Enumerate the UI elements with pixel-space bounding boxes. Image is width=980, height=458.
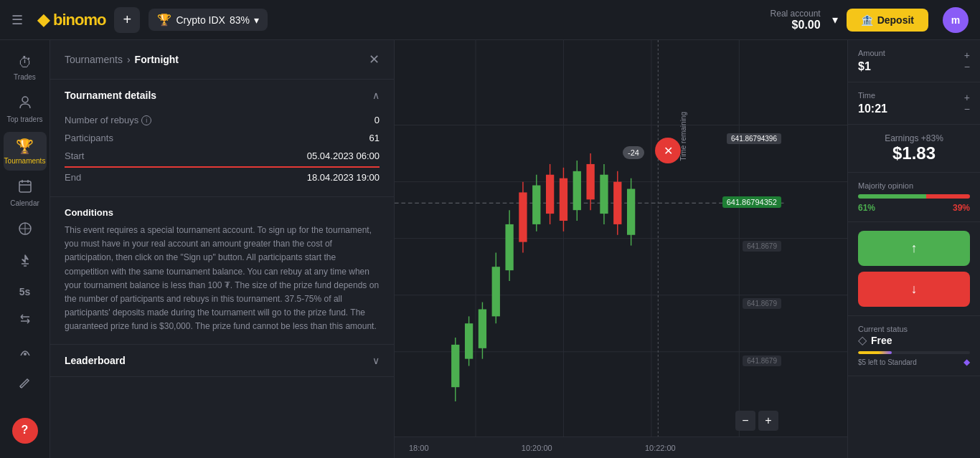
svg-rect-36 bbox=[560, 178, 567, 221]
status-value: Free bbox=[871, 335, 892, 346]
svg-rect-1 bbox=[19, 181, 31, 192]
sidebar-item-indicators[interactable] bbox=[4, 216, 47, 245]
diamond-icon: ◆ bbox=[963, 357, 970, 367]
start-row: Start 05.04.2023 06:00 bbox=[65, 147, 380, 165]
breadcrumb: Tournaments › Fortnight bbox=[65, 54, 179, 65]
majority-pct: 61% 39% bbox=[858, 203, 970, 213]
participants-label: Participants bbox=[65, 133, 113, 143]
sidebar-item-5s[interactable]: 5s bbox=[4, 280, 47, 303]
rebuys-label: Number of rebuys i bbox=[65, 115, 151, 125]
conditions-title: Conditions bbox=[65, 207, 380, 218]
svg-rect-22 bbox=[465, 323, 473, 358]
down-button[interactable]: ↓ bbox=[858, 272, 970, 307]
earnings-section: Earnings +83% $1.83 bbox=[848, 125, 980, 173]
end-row: End 18.04.2023 19:00 bbox=[65, 166, 380, 186]
trades-icon: ⏱ bbox=[18, 54, 32, 71]
earnings-label: Earnings +83% bbox=[858, 133, 970, 143]
rebuys-value: 0 bbox=[374, 115, 380, 125]
sidebar-item-top-traders[interactable]: Top traders bbox=[4, 90, 47, 129]
svg-rect-38 bbox=[573, 171, 581, 210]
time-value: 10:21 bbox=[858, 102, 887, 115]
majority-bar-red bbox=[926, 194, 970, 199]
sidebar-item-tournaments[interactable]: 🏆 Tournaments bbox=[4, 132, 47, 171]
sidebar-item-help[interactable]: ? bbox=[12, 418, 38, 444]
amount-label: Amount bbox=[858, 49, 885, 57]
time-label: Time bbox=[858, 91, 887, 100]
majority-bar bbox=[858, 194, 970, 199]
add-button[interactable]: + bbox=[114, 7, 140, 33]
sidebar-item-signals[interactable] bbox=[4, 338, 47, 368]
close-button[interactable]: ✕ bbox=[369, 52, 380, 67]
deposit-icon: 🏦 bbox=[861, 14, 873, 26]
chart-area: -24 ✕ Time remaining 641.86794396 641.86… bbox=[395, 40, 847, 458]
svg-rect-20 bbox=[451, 345, 459, 387]
sidebar-item-trades2[interactable] bbox=[4, 306, 47, 335]
account-dropdown-icon[interactable]: ▾ bbox=[832, 13, 838, 27]
tournament-panel: Tournaments › Fortnight ✕ Tournament det… bbox=[50, 40, 395, 458]
amount-controls: + − bbox=[964, 50, 970, 72]
chart-zoom: − + bbox=[735, 411, 778, 431]
end-value: 18.04.2023 19:00 bbox=[307, 172, 380, 183]
sidebar-label-trades: Trades bbox=[14, 73, 36, 81]
avatar[interactable]: m bbox=[943, 7, 969, 33]
time-remaining-label: Time remaining bbox=[679, 112, 687, 161]
topbar: ☰ ◆ binomo + 🏆 Crypto IDX 83% ▾ Real acc… bbox=[0, 0, 980, 40]
breadcrumb-current: Fortnight bbox=[135, 54, 179, 65]
trade-buttons: ↑ ↓ bbox=[848, 222, 980, 316]
sidebar: ⏱ Trades Top traders 🏆 Tournaments bbox=[0, 40, 50, 458]
zoom-out-button[interactable]: − bbox=[735, 411, 755, 431]
time-decrease-button[interactable]: − bbox=[964, 104, 970, 114]
zoom-in-button[interactable]: + bbox=[758, 411, 778, 431]
leaderboard-title: Leaderboard bbox=[65, 355, 126, 366]
sidebar-item-trades[interactable]: ⏱ Trades bbox=[4, 49, 47, 87]
price-tag-current: 641.86794352 bbox=[722, 196, 781, 208]
status-row: ◇ Free bbox=[858, 333, 970, 347]
asset-selector[interactable]: 🏆 Crypto IDX 83% ▾ bbox=[149, 9, 268, 31]
main-layout: ⏱ Trades Top traders 🏆 Tournaments bbox=[0, 40, 980, 458]
price-tag-mid1: 641.8679 bbox=[743, 241, 781, 252]
amount-increase-button[interactable]: + bbox=[964, 50, 970, 60]
time-label-2: 10:20:00 bbox=[522, 444, 552, 452]
deposit-button[interactable]: 🏦 Deposit bbox=[847, 9, 928, 32]
majority-label: Majority opinion bbox=[858, 181, 970, 190]
start-label: Start bbox=[65, 151, 84, 161]
price-tag-mid3: 641.8679 bbox=[743, 356, 781, 366]
amount-value: $1 bbox=[858, 60, 885, 73]
leaderboard-icon: ∨ bbox=[372, 355, 380, 366]
indicators-icon bbox=[18, 221, 32, 239]
leaderboard-section: Leaderboard ∨ bbox=[50, 345, 394, 377]
tournament-details-header[interactable]: Tournament details ∧ bbox=[50, 80, 394, 111]
progress-bar bbox=[858, 351, 970, 354]
sidebar-label-tournaments: Tournaments bbox=[4, 157, 46, 165]
up-button[interactable]: ↑ bbox=[858, 231, 970, 266]
sidebar-item-pen[interactable] bbox=[4, 371, 47, 399]
logo-icon: ◆ bbox=[37, 11, 49, 29]
right-panel: Amount $1 + − Time 10:21 + − bbox=[847, 40, 980, 458]
panel-scroll: Tournament details ∧ Number of rebuys i … bbox=[50, 80, 394, 458]
breadcrumb-parent[interactable]: Tournaments bbox=[65, 54, 123, 65]
top-traders-icon bbox=[18, 95, 32, 113]
sidebar-item-calendar[interactable]: Calendar bbox=[4, 173, 47, 213]
conditions-text: This event requires a special tournament… bbox=[65, 224, 380, 334]
chart-close-button[interactable]: ✕ bbox=[655, 138, 681, 163]
svg-rect-26 bbox=[492, 267, 500, 316]
asset-name: Crypto IDX bbox=[176, 14, 225, 26]
leaderboard-header[interactable]: Leaderboard ∨ bbox=[50, 345, 394, 376]
trades2-icon bbox=[18, 312, 32, 330]
time-increase-button[interactable]: + bbox=[964, 92, 970, 102]
logo: ◆ binomo bbox=[37, 11, 105, 29]
hamburger-icon[interactable]: ☰ bbox=[11, 12, 23, 28]
account-label: Real account bbox=[771, 9, 821, 19]
svg-rect-40 bbox=[586, 164, 594, 199]
collapse-icon: ∧ bbox=[372, 90, 380, 101]
rebuys-row: Number of rebuys i 0 bbox=[65, 111, 380, 129]
start-value: 05.04.2023 06:00 bbox=[307, 151, 380, 161]
svg-point-0 bbox=[22, 97, 28, 102]
timer-badge: -24 bbox=[623, 146, 644, 159]
conditions-section: Conditions This event requires a special… bbox=[50, 197, 394, 345]
strategies-icon bbox=[18, 254, 32, 272]
amount-decrease-button[interactable]: − bbox=[964, 62, 970, 72]
sidebar-item-strategies[interactable] bbox=[4, 248, 47, 277]
rebuys-info-icon[interactable]: i bbox=[141, 115, 151, 125]
earnings-value: $1.83 bbox=[858, 143, 970, 163]
